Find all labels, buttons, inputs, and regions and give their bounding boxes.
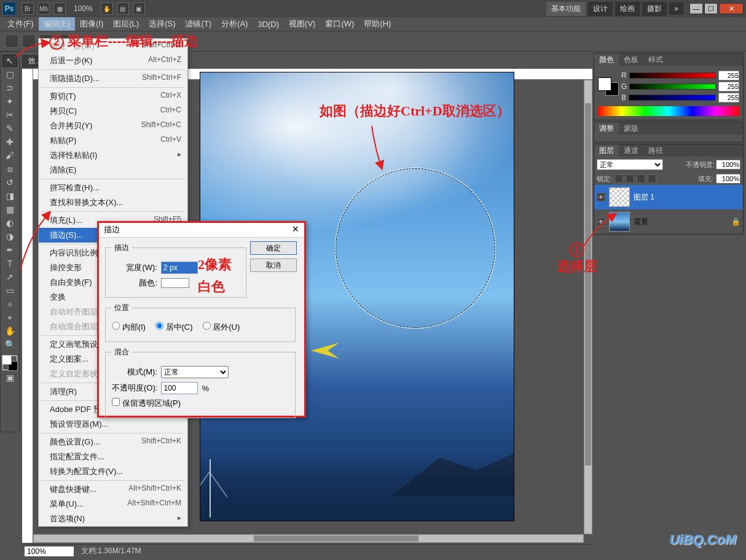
layer-thumbnail[interactable]	[609, 187, 630, 207]
close-icon[interactable]: ✕	[292, 224, 299, 236]
lock-position-icon[interactable]	[637, 174, 645, 183]
layer-opacity-input[interactable]	[716, 160, 740, 169]
fgbg-swatch[interactable]	[598, 77, 619, 96]
brush-tool-icon[interactable]: 🖌	[2, 149, 17, 161]
visibility-icon[interactable]: 👁	[597, 217, 605, 226]
eraser-tool-icon[interactable]: ◨	[2, 190, 17, 202]
layer-name[interactable]: 图层 1	[634, 192, 654, 203]
menu-item[interactable]: 预设管理器(M)...	[39, 417, 187, 432]
menu-item[interactable]: 粘贴(P)Ctrl+V	[39, 133, 187, 148]
type-tool-icon[interactable]: T	[2, 257, 17, 270]
menu-item[interactable]: 后退一步(K)Alt+Ctrl+Z	[39, 53, 187, 68]
menu-item[interactable]: 首选项(N)▸	[39, 511, 187, 526]
doc-info[interactable]: 文档:1.36M/1.47M	[76, 546, 146, 556]
spectrum-strip[interactable]	[598, 106, 739, 116]
tab-paths[interactable]: 路径	[643, 144, 668, 157]
b-input[interactable]	[718, 93, 739, 103]
menu-item[interactable]: 转换为配置文件(V)...	[39, 464, 187, 479]
menu-item[interactable]: 选择性粘贴(I)▸	[39, 148, 187, 163]
tool-preset-icon[interactable]	[5, 34, 18, 48]
g-input[interactable]	[718, 82, 739, 91]
layer-thumbnail[interactable]	[609, 212, 630, 231]
tab-color[interactable]: 颜色	[594, 53, 619, 66]
minibridge-icon[interactable]: Mb	[37, 2, 50, 15]
menu-view[interactable]: 视图(V)	[284, 17, 320, 31]
stamp-tool-icon[interactable]: ⧇	[2, 163, 17, 175]
screenmode-icon[interactable]: ▣	[133, 2, 145, 15]
eyedropper-tool-icon[interactable]: ✎	[2, 122, 17, 134]
cancel-button[interactable]: 取消	[250, 259, 297, 272]
r-slider[interactable]	[629, 72, 716, 79]
color-swatch[interactable]	[161, 278, 189, 288]
menu-item[interactable]: 键盘快捷键...Alt+Shift+Ctrl+K	[39, 482, 187, 497]
layer-item[interactable]: 👁 背景 🔒	[594, 209, 743, 234]
viewfit-icon[interactable]: ▦	[53, 2, 66, 15]
width-input[interactable]	[161, 262, 198, 274]
marquee-tool-icon[interactable]: ▢	[2, 68, 17, 80]
menu-item[interactable]: 合并拷贝(Y)Shift+Ctrl+C	[39, 119, 187, 133]
menu-file[interactable]: 文件(F)	[2, 17, 39, 31]
workspace-more[interactable]: »	[669, 2, 683, 15]
bridge-icon[interactable]: Br	[22, 2, 34, 15]
shape-tool-icon[interactable]: ▭	[2, 284, 17, 297]
menu-filter[interactable]: 滤镜(T)	[180, 17, 216, 31]
menu-3d[interactable]: 3D(D)	[253, 18, 284, 30]
color-swatch[interactable]	[2, 356, 17, 370]
hand-tool-icon[interactable]: ✋	[2, 325, 17, 337]
quickmask-icon[interactable]: ▣	[2, 371, 17, 384]
scrollbar-vertical[interactable]	[584, 80, 592, 534]
tab-swatches[interactable]: 色板	[619, 53, 643, 66]
lock-pixels-icon[interactable]	[626, 174, 634, 183]
g-slider[interactable]	[629, 84, 716, 90]
layer-name[interactable]: 背景	[634, 217, 648, 227]
menu-item[interactable]: 拷贝(C)Ctrl+C	[39, 104, 187, 119]
visibility-icon[interactable]: 👁	[597, 193, 605, 201]
fill-input[interactable]	[716, 174, 740, 184]
scroll-thumb[interactable]	[254, 535, 418, 542]
mode-select[interactable]: 正常	[161, 366, 229, 378]
camera-tool-icon[interactable]: ⌖	[2, 311, 17, 324]
menu-item[interactable]: 指定配置文件...	[39, 449, 187, 464]
tab-layers[interactable]: 图层	[594, 144, 619, 157]
menu-layer[interactable]: 图层(L)	[108, 17, 144, 31]
healing-tool-icon[interactable]: ✚	[2, 136, 17, 148]
menu-item[interactable]: 前进一步(W)Shift+Ctrl+Z	[39, 39, 187, 53]
maximize-button[interactable]: ☐	[704, 3, 718, 14]
ok-button[interactable]: 确定	[250, 241, 297, 255]
loc-center-radio[interactable]: 居中(C)	[155, 322, 193, 333]
lock-transparent-icon[interactable]	[614, 174, 623, 183]
lasso-tool-icon[interactable]: ⊃	[2, 82, 17, 94]
menu-item[interactable]: 查找和替换文本(X)...	[39, 195, 187, 210]
menu-item[interactable]: 渐隐描边(D)...Shift+Ctrl+F	[39, 71, 187, 86]
menu-item[interactable]: 颜色设置(G)...Shift+Ctrl+K	[39, 435, 187, 449]
r-input[interactable]	[718, 71, 739, 80]
crop-tool-icon[interactable]: ✂	[2, 109, 17, 121]
tab-masks[interactable]: 蒙版	[619, 122, 643, 134]
workspace-design[interactable]: 设计	[588, 2, 613, 16]
workspace-essentials[interactable]: 基本功能	[546, 2, 586, 16]
path-tool-icon[interactable]: ↗	[2, 271, 17, 283]
blur-tool-icon[interactable]: ◐	[2, 217, 17, 229]
pen-tool-icon[interactable]: ✒	[2, 244, 17, 256]
b-slider[interactable]	[629, 95, 716, 101]
menu-window[interactable]: 窗口(W)	[320, 17, 359, 31]
dialog-titlebar[interactable]: 描边 ✕	[99, 223, 304, 238]
tab-styles[interactable]: 样式	[643, 53, 668, 66]
scroll-thumb[interactable]	[585, 103, 591, 465]
minimize-button[interactable]: —	[689, 3, 703, 14]
menu-item[interactable]: 剪切(T)Ctrl+X	[39, 89, 187, 104]
dodge-tool-icon[interactable]: ◑	[2, 230, 17, 243]
3d-tool-icon[interactable]: ⟐	[2, 298, 17, 310]
menu-item[interactable]: 拼写检查(H)...	[39, 181, 187, 195]
tab-adjustments[interactable]: 调整	[594, 122, 619, 134]
zoom-tool-icon[interactable]: 🔍	[2, 338, 17, 351]
scrollbar-horizontal[interactable]	[33, 534, 584, 543]
move-tool-icon[interactable]: ↖	[2, 55, 17, 67]
blend-mode-select[interactable]: 正常	[597, 159, 663, 170]
preserve-transparency-checkbox[interactable]: 保留透明区域(P)	[112, 398, 181, 409]
close-button[interactable]: ✕	[719, 3, 744, 14]
fg-color-icon[interactable]	[2, 355, 12, 365]
wand-tool-icon[interactable]: ✦	[2, 95, 17, 107]
arrange-icon[interactable]: ▤	[117, 2, 129, 15]
loc-inside-radio[interactable]: 内部(I)	[112, 322, 146, 333]
